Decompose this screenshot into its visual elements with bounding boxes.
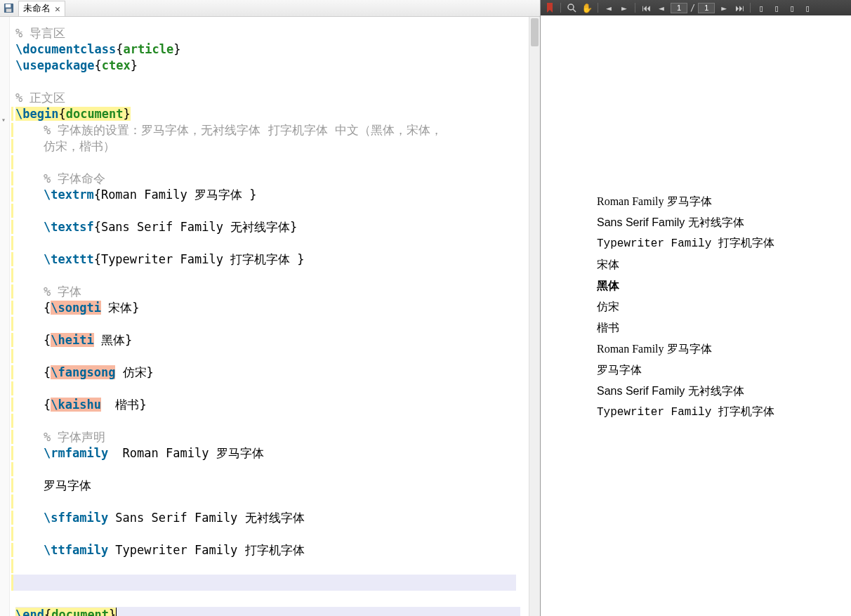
comment: % 导言区: [15, 26, 65, 40]
scroll-thumb[interactable]: [531, 18, 539, 46]
pdf-text-line: Sans Serif Family 无衬线字体: [597, 212, 851, 233]
comment: % 字体族的设置：罗马字体，无衬线字体 打字机字体 中文（黑体，宋体，: [44, 122, 442, 138]
view-book-icon[interactable]: ▯: [801, 1, 814, 14]
comment: % 字体声明: [44, 429, 105, 445]
next-page-icon[interactable]: ►: [718, 1, 730, 14]
separator: [635, 3, 635, 13]
latex-command: \texttt: [44, 252, 94, 266]
pdf-toolbar: ✋ ◄ ► ⏮ ◄ / ► ⏭ ▯ ▯ ▯ ▯: [541, 0, 851, 15]
svg-point-3: [568, 4, 574, 10]
pdf-text-line: 罗马字体: [597, 360, 851, 381]
pdf-text-line: Roman Family 罗马字体: [597, 339, 851, 360]
latex-command: \ttfamily: [44, 543, 108, 557]
pdf-page: Roman Family 罗马字体Sans Serif Family 无衬线字体…: [541, 15, 851, 616]
view-facing-icon[interactable]: ▯: [786, 1, 798, 14]
separator: [750, 3, 751, 13]
prev-page-icon[interactable]: ◄: [655, 1, 668, 14]
pdf-text-line: Roman Family 罗马字体: [597, 191, 851, 212]
latex-command: \heiti: [51, 333, 93, 347]
tab-bar: 未命名 ✕: [0, 0, 540, 17]
comment: % 字体命令: [44, 171, 105, 187]
latex-command: \fangsong: [51, 365, 115, 379]
separator: [560, 3, 561, 13]
svg-rect-1: [5, 4, 11, 8]
editor-body: ▾ % 导言区 \documentclass{article} \usepack…: [0, 17, 540, 616]
view-single-icon[interactable]: ▯: [755, 1, 767, 14]
pdf-text-line: Typewriter Family 打字机字体: [597, 402, 851, 423]
pdf-text-line: 楷书: [597, 317, 851, 339]
page-separator: /: [690, 3, 695, 13]
forward-icon[interactable]: ►: [618, 1, 631, 14]
tab-title: 未命名: [23, 2, 51, 15]
editor-pane: 未命名 ✕ ▾ % 导言区 \documentclass{article} \u…: [0, 0, 541, 616]
bookmark-icon[interactable]: [543, 1, 556, 14]
pdf-text-line: Typewriter Family 打字机字体: [597, 233, 851, 254]
latex-command: \sffamily: [44, 511, 108, 525]
latex-command: \textsf: [44, 220, 94, 234]
latex-command: \begin: [15, 107, 58, 121]
last-page-icon[interactable]: ⏭: [733, 1, 746, 14]
latex-command: \end: [15, 608, 44, 616]
code-area[interactable]: % 导言区 \documentclass{article} \usepackag…: [10, 17, 529, 616]
separator: [598, 3, 598, 13]
pdf-text-line: 仿宋: [597, 296, 851, 317]
gutter: ▾: [0, 17, 10, 616]
pdf-viewport[interactable]: Roman Family 罗马字体Sans Serif Family 无衬线字体…: [541, 15, 851, 616]
latex-command: \documentclass: [15, 42, 116, 56]
pdf-text-line: 宋体: [597, 254, 851, 275]
back-icon[interactable]: ◄: [602, 1, 615, 14]
pdf-text-line: Sans Serif Family 无衬线字体: [597, 381, 851, 402]
fold-marker-icon[interactable]: ▾: [1, 116, 6, 124]
hand-icon[interactable]: ✋: [581, 1, 593, 14]
comment: % 正文区: [15, 91, 65, 105]
latex-command: \rmfamily: [44, 446, 108, 460]
search-icon[interactable]: [565, 1, 578, 14]
latex-command: \usepackage: [15, 58, 95, 72]
comment: 仿宋，楷书）: [44, 138, 115, 155]
file-tab[interactable]: 未命名 ✕: [18, 1, 65, 16]
svg-rect-2: [6, 8, 11, 12]
page-current-input[interactable]: [671, 3, 687, 13]
view-continuous-icon[interactable]: ▯: [770, 1, 783, 14]
save-icon[interactable]: [3, 3, 14, 14]
first-page-icon[interactable]: ⏮: [640, 1, 652, 14]
latex-command: \textrm: [44, 188, 94, 202]
pdf-text-line: 黑体: [597, 275, 851, 296]
vertical-scrollbar[interactable]: [529, 17, 540, 616]
page-total-field: [698, 3, 715, 13]
latex-command: \kaishu: [51, 398, 101, 412]
pdf-pane: ✋ ◄ ► ⏮ ◄ / ► ⏭ ▯ ▯ ▯ ▯ Roman Family 罗马字…: [541, 0, 851, 616]
comment: % 字体: [44, 284, 81, 300]
close-icon[interactable]: ✕: [55, 4, 60, 14]
latex-command: \songti: [51, 301, 101, 315]
svg-line-4: [573, 9, 576, 12]
